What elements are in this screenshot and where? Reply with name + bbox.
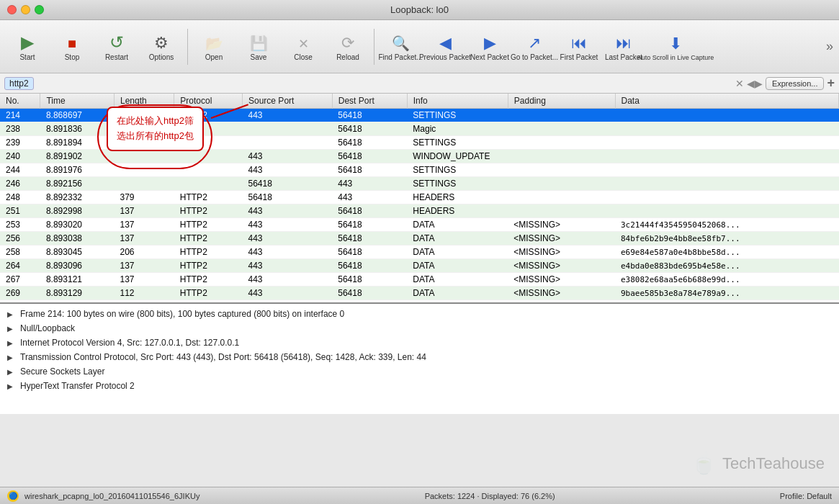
- detail-text: Transmission Control Protocol, Src Port:…: [20, 352, 426, 362]
- save-button[interactable]: Save: [237, 25, 280, 68]
- table-row[interactable]: 2568.893038137HTTP244356418DATA<MISSING>…: [0, 232, 839, 246]
- filter-arrow-button[interactable]: ◀▶: [747, 78, 763, 89]
- table-cell: 269: [0, 287, 40, 300]
- table-cell: 443: [243, 109, 333, 122]
- table-cell: 256: [0, 232, 40, 246]
- col-header-length[interactable]: Length: [114, 94, 174, 109]
- maximize-window-button[interactable]: [35, 5, 44, 14]
- table-cell: 8.893129: [40, 287, 115, 300]
- table-row[interactable]: 2518.892998137HTTP244356418HEADERS: [0, 204, 839, 218]
- table-cell: HTTP2: [174, 109, 243, 122]
- table-row[interactable]: 2648.893096137HTTP244356418DATA<MISSING>…: [0, 259, 839, 273]
- separator-1: [187, 29, 188, 65]
- table-cell: [508, 204, 615, 218]
- table-row[interactable]: 2398.89189456418SETTINGS: [0, 136, 839, 150]
- table-cell: 56418: [332, 136, 407, 150]
- table-row[interactable]: 2388.89183656418Magic: [0, 122, 839, 136]
- table-cell: 3c21444f43545950452068...: [615, 218, 839, 232]
- table-cell: 253: [0, 218, 40, 232]
- watermark-icon: 🍵: [691, 451, 717, 475]
- close-window-button[interactable]: [7, 5, 17, 14]
- table-cell: [508, 163, 615, 177]
- prev-label: Previous Packet: [419, 53, 471, 61]
- detail-row[interactable]: ▶Transmission Control Protocol, Src Port…: [0, 350, 839, 364]
- separator-2: [374, 29, 374, 65]
- expand-icon: ▶: [7, 354, 16, 361]
- table-row[interactable]: 2538.893020137HTTP244356418DATA<MISSING>…: [0, 218, 839, 232]
- col-header-padding[interactable]: Padding: [508, 94, 615, 109]
- start-label: Start: [19, 53, 35, 61]
- col-header-protocol[interactable]: Protocol: [174, 94, 243, 109]
- table-cell: 443: [243, 163, 333, 177]
- find-packet-button[interactable]: Find Packet...: [379, 25, 422, 68]
- expand-icon: ▶: [7, 325, 16, 333]
- table-cell: [508, 136, 615, 150]
- expression-button[interactable]: Expression...: [766, 77, 825, 90]
- reload-button[interactable]: Reload: [326, 25, 369, 68]
- table-row[interactable]: 2698.893129112HTTP244356418DATA<MISSING>…: [0, 287, 839, 300]
- first-packet-button[interactable]: First Packet: [557, 25, 601, 68]
- next-icon: [484, 32, 496, 52]
- table-cell: [114, 177, 174, 191]
- autoscroll-button[interactable]: Auto Scroll in Live Capture: [647, 25, 704, 68]
- start-button[interactable]: Start: [6, 25, 49, 68]
- restart-button[interactable]: Restart: [95, 25, 138, 68]
- table-cell: [114, 136, 174, 150]
- table-cell: [615, 163, 839, 177]
- table-cell: 244: [0, 163, 40, 177]
- prev-icon: [439, 32, 452, 52]
- table-cell: 239: [0, 136, 40, 150]
- table-cell: 246: [0, 177, 40, 191]
- more-button[interactable]: [826, 39, 833, 54]
- table-cell: DATA: [407, 287, 508, 300]
- col-header-srcport[interactable]: Source Port: [243, 94, 333, 109]
- add-filter-button[interactable]: +: [827, 76, 835, 91]
- table-row[interactable]: 2488.892332379HTTP256418443HEADERS: [0, 191, 839, 204]
- expand-icon: ▶: [7, 368, 16, 376]
- detail-row[interactable]: ▶Internet Protocol Version 4, Src: 127.0…: [0, 336, 839, 350]
- prev-packet-button[interactable]: Previous Packet: [423, 25, 467, 68]
- table-cell: 379: [114, 191, 174, 204]
- detail-panel: ▶Frame 214: 100 bytes on wire (800 bits)…: [0, 302, 839, 414]
- table-cell: 214: [0, 109, 40, 122]
- table-cell: 443: [243, 204, 333, 218]
- minimize-window-button[interactable]: [21, 5, 30, 14]
- next-packet-button[interactable]: Next Packet: [468, 25, 511, 68]
- goto-packet-button[interactable]: Go to Packet...: [513, 25, 556, 68]
- table-cell: 248: [0, 191, 40, 204]
- col-header-time[interactable]: Time: [40, 94, 115, 109]
- stop-button[interactable]: Stop: [50, 25, 94, 68]
- detail-row[interactable]: ▶Null/Loopback: [0, 321, 839, 336]
- stop-icon: [68, 32, 76, 52]
- col-header-info[interactable]: Info: [407, 94, 508, 109]
- col-header-data[interactable]: Data: [615, 94, 839, 109]
- open-button[interactable]: Open: [192, 25, 235, 68]
- table-row[interactable]: 2408.89190244356418WINDOW_UPDATE: [0, 150, 839, 163]
- status-profile: Profile: Default: [780, 492, 832, 500]
- table-cell: <MISSING>: [508, 273, 615, 287]
- detail-row[interactable]: ▶Secure Sockets Layer: [0, 364, 839, 379]
- table-cell: 137: [114, 232, 174, 246]
- table-cell: 56418: [332, 150, 407, 163]
- col-header-dstport[interactable]: Dest Port: [332, 94, 407, 109]
- table-cell: HTTP2: [174, 273, 243, 287]
- table-row[interactable]: 2448.89197644356418SETTINGS: [0, 163, 839, 177]
- table-row[interactable]: 2148.868697100HTTP244356418SETTINGS: [0, 109, 839, 122]
- table-row[interactable]: 2758.893177137HTTP244356418DATA<MISSING>…: [0, 300, 839, 303]
- options-button[interactable]: Options: [140, 25, 183, 68]
- table-row[interactable]: 2588.893045206HTTP244356418DATA<MISSING>…: [0, 246, 839, 259]
- last-packet-button[interactable]: Last Packet: [602, 25, 645, 68]
- save-icon: [250, 32, 268, 52]
- table-row[interactable]: 2678.893121137HTTP244356418DATA<MISSING>…: [0, 273, 839, 287]
- filter-tag: http2: [4, 77, 34, 90]
- close-capture-label: Close: [294, 53, 313, 61]
- detail-row[interactable]: ▶HyperText Transfer Protocol 2: [0, 379, 839, 393]
- col-header-no[interactable]: No.: [0, 94, 40, 109]
- detail-row[interactable]: ▶Frame 214: 100 bytes on wire (800 bits)…: [0, 307, 839, 321]
- table-cell: [615, 177, 839, 191]
- window-title: Loopback: lo0: [390, 4, 449, 15]
- filter-clear-button[interactable]: ✕: [735, 78, 744, 89]
- table-row[interactable]: 2468.89215656418443SETTINGS: [0, 177, 839, 191]
- close-capture-button[interactable]: Close: [282, 25, 325, 68]
- filter-input[interactable]: [37, 78, 732, 89]
